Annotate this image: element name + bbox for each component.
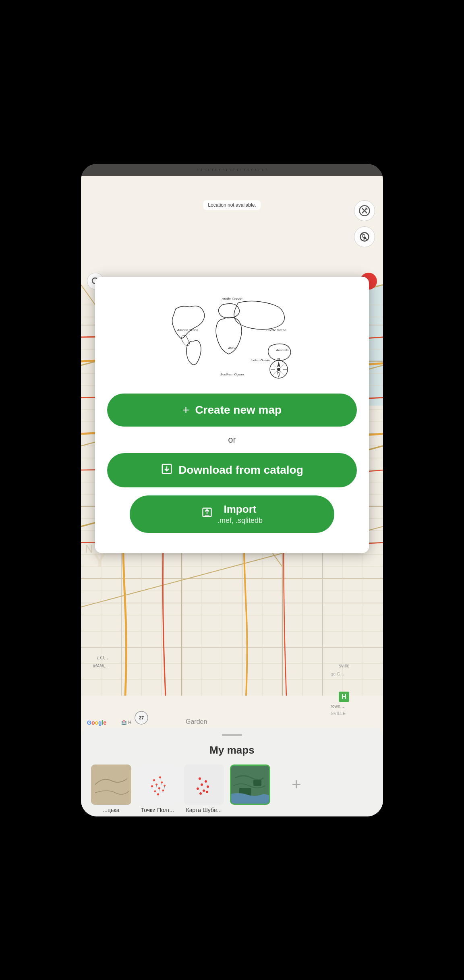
svg-rect-153 (253, 780, 261, 786)
svg-text:📍: 📍 (155, 793, 161, 798)
svg-text:LO...: LO... (97, 655, 108, 661)
map-thumbnail-1[interactable] (91, 765, 131, 805)
status-bar: · · · · · · · · · · · · · · · · · · · · (81, 164, 383, 176)
map-label-1: ...цька (103, 807, 119, 813)
import-button[interactable]: Import .mef, .sqlitedb (130, 495, 334, 533)
location-button[interactable] (354, 226, 375, 247)
svg-point-145 (201, 783, 203, 786)
google-logo: Google (87, 719, 106, 726)
download-icon (161, 463, 173, 478)
drag-handle[interactable] (222, 734, 242, 736)
svg-point-143 (199, 777, 201, 780)
svg-text:H: H (342, 693, 346, 700)
status-dots: · · · · · · · · · · · · · · · · · · · · (197, 166, 267, 174)
modal-card: Arctic Ocean Atlantic Ocean Pacific Ocea… (95, 277, 369, 553)
svg-point-148 (203, 789, 205, 792)
svg-point-149 (199, 792, 202, 795)
maps-grid: ...цька 📍 📍 📍 📍 📍 📍 (89, 765, 375, 813)
map-thumbnail-3[interactable] (184, 765, 224, 805)
list-item[interactable]: ...цька (91, 765, 131, 813)
svg-point-146 (207, 785, 209, 788)
map-thumbnail-4[interactable] (230, 765, 270, 805)
svg-text:Southern Ocean: Southern Ocean (220, 373, 244, 376)
svg-text:MANI...: MANI... (93, 663, 108, 668)
list-item[interactable]: Карта Шубе... (184, 765, 224, 813)
svg-text:Arctic Ocean: Arctic Ocean (221, 297, 242, 301)
svg-point-105 (362, 234, 365, 237)
import-sub-label: .mef, .sqlitedb (218, 516, 263, 525)
screen: Lincoln C... the Performing Arts Rockefe… (81, 164, 383, 816)
map-thumbnail-2[interactable]: 📍 📍 📍 📍 📍 📍 📍 📍 📍 📍 (137, 765, 178, 805)
list-item[interactable]: 📍 📍 📍 📍 📍 📍 📍 📍 📍 📍 Точки Полт (137, 765, 178, 813)
svg-text:📍: 📍 (162, 784, 167, 789)
or-divider-text: or (228, 435, 236, 445)
device-frame: Lincoln C... the Performing Arts Rockefe… (81, 164, 383, 816)
download-button-label: Download from catalog (178, 464, 303, 477)
svg-text:sville: sville (339, 663, 350, 669)
svg-rect-130 (91, 765, 131, 805)
svg-text:N: N (278, 357, 280, 361)
svg-point-144 (205, 780, 207, 783)
my-maps-title: My maps (89, 744, 375, 756)
map-label-2: Точки Полт... (141, 807, 174, 813)
svg-text:ge G...: ge G... (331, 671, 344, 676)
svg-point-147 (197, 787, 199, 790)
svg-text:N: N (85, 543, 93, 555)
svg-text:📍: 📍 (149, 785, 155, 790)
bottom-panel: My maps ...цька (81, 728, 383, 816)
create-button-label: Create new map (195, 404, 282, 416)
svg-text:Indian Ocean: Indian Ocean (251, 358, 270, 362)
location-tooltip: Location not available. (203, 200, 261, 210)
import-icon (201, 507, 213, 521)
svg-text:SVILLE: SVILLE (331, 711, 346, 716)
list-item[interactable] (230, 765, 270, 813)
create-plus-icon: + (182, 403, 190, 417)
svg-text:27: 27 (139, 715, 144, 720)
wrench-button[interactable] (354, 200, 375, 221)
create-new-map-button[interactable]: + Create new map (107, 394, 357, 427)
svg-text:📍: 📍 (157, 776, 163, 781)
add-map-button[interactable]: + (276, 765, 317, 805)
world-map-illustration: Arctic Ocean Atlantic Ocean Pacific Ocea… (164, 293, 300, 381)
import-main-label: Import (218, 503, 263, 516)
download-catalog-button[interactable]: Download from catalog (107, 453, 357, 487)
svg-text:🏥 H: 🏥 H (121, 719, 131, 725)
svg-text:Garden: Garden (186, 718, 207, 725)
svg-point-150 (206, 791, 208, 793)
svg-text:📍: 📍 (161, 789, 166, 794)
svg-rect-142 (184, 765, 224, 805)
svg-text:rown...: rown... (331, 704, 344, 709)
map-label-3: Карта Шубе... (186, 807, 222, 813)
